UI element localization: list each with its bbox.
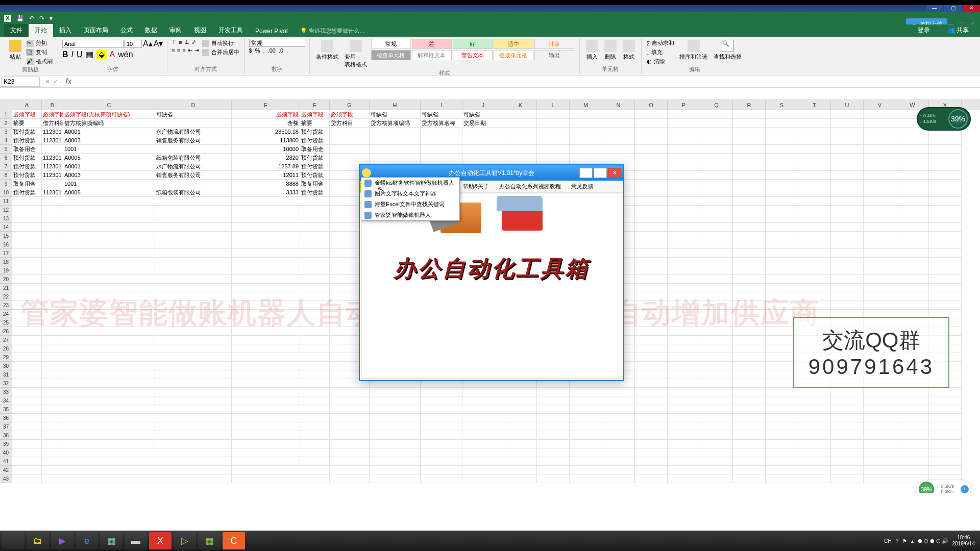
cell[interactable] [42,422,63,431]
cell[interactable] [232,197,300,206]
cell[interactable] [63,232,155,240]
cell[interactable] [63,405,155,414]
cell[interactable] [635,119,668,128]
cell[interactable] [570,388,602,396]
cell[interactable] [700,206,733,214]
cell[interactable] [462,474,504,483]
undo-icon[interactable]: ↶ [29,15,34,22]
cell[interactable] [421,128,462,136]
cell[interactable] [929,214,962,223]
cell[interactable] [12,284,42,292]
cell[interactable] [232,370,300,379]
cell[interactable] [63,214,155,223]
cell[interactable] [63,240,155,249]
cell[interactable] [831,388,864,396]
cell[interactable] [12,206,42,214]
cell[interactable] [929,440,962,448]
cell[interactable] [864,266,896,275]
cell[interactable] [462,396,504,405]
cell[interactable] [798,145,831,154]
cell[interactable] [929,145,962,154]
cell[interactable] [766,388,798,396]
cell[interactable] [12,405,42,414]
cell[interactable] [896,388,929,396]
cell[interactable]: 预付货款 [12,162,42,171]
cell[interactable] [864,457,896,466]
cell[interactable] [42,336,63,344]
cell[interactable] [300,344,330,353]
cell[interactable] [12,431,42,440]
cell[interactable] [733,110,766,119]
cell[interactable] [537,145,570,154]
cell[interactable]: 3333 [232,188,300,197]
cell[interactable] [798,405,831,414]
style-gallery-item[interactable]: 链接单元格 [494,50,533,60]
cell[interactable] [635,180,668,188]
cell[interactable] [602,440,635,448]
dropdown-item[interactable]: 海量Excel文件中查找关键词 [361,199,459,210]
taskbar-cmd[interactable]: ▬ [125,532,147,549]
column-header[interactable]: R [733,100,766,110]
cell[interactable] [700,188,733,197]
cell[interactable] [733,457,766,466]
cell[interactable] [635,353,668,362]
cell[interactable] [766,136,798,145]
cell[interactable] [602,405,635,414]
cell[interactable] [864,448,896,457]
cell[interactable] [733,388,766,396]
cell[interactable] [635,474,668,483]
cell[interactable] [330,405,370,414]
cell[interactable] [668,275,700,284]
tab-view[interactable]: 视图 [188,24,212,37]
row-header[interactable]: 10 [0,188,12,197]
cell[interactable]: 交易日期 [462,119,504,128]
cell[interactable] [12,370,42,379]
cell[interactable] [300,249,330,258]
cell[interactable] [864,145,896,154]
cell[interactable] [700,214,733,223]
cell[interactable] [300,440,330,448]
enter-formula-icon[interactable]: ✓ [53,78,58,85]
cell[interactable] [635,214,668,223]
cell[interactable] [798,396,831,405]
copy-button[interactable]: ⿻复制 [26,48,54,57]
format-cells-button[interactable]: 格式 [621,39,637,62]
cell[interactable] [330,136,370,145]
row-header[interactable]: 39 [0,440,12,448]
cell[interactable] [155,448,232,457]
cell[interactable] [831,223,864,232]
cell[interactable] [766,249,798,258]
cell[interactable] [232,466,300,474]
cell[interactable] [462,388,504,396]
phonetic-button[interactable]: wén [118,50,133,59]
cell[interactable] [330,457,370,466]
dialog-menu-item[interactable]: 办公自动化系列视频教程 [494,181,566,192]
cell[interactable] [300,197,330,206]
cell[interactable] [700,405,733,414]
cell[interactable] [864,214,896,223]
cell[interactable] [733,405,766,414]
cell[interactable] [635,457,668,466]
cell[interactable] [155,266,232,275]
cell[interactable] [700,128,733,136]
cell[interactable] [733,180,766,188]
cell[interactable] [602,154,635,162]
cell[interactable] [668,457,700,466]
row-header[interactable]: 7 [0,162,12,171]
cell[interactable] [421,136,462,145]
cell[interactable] [864,301,896,310]
window-close-button[interactable]: ✕ [963,5,980,12]
cell[interactable] [12,440,42,448]
cell[interactable] [537,388,570,396]
cell[interactable]: 112301 [42,171,63,180]
cell[interactable] [370,466,421,474]
cell[interactable] [700,474,733,483]
network-widget-top[interactable]: ↑ 0.4K/s ↓ 1.5K/s 39% [917,107,971,131]
cell[interactable]: 借方科目 [42,119,63,128]
indent-dec-icon[interactable]: ⇤ [188,47,192,54]
taskbar-app2[interactable]: ▦ [100,532,122,549]
cell[interactable] [929,457,962,466]
cell[interactable] [733,396,766,405]
cell[interactable] [232,405,300,414]
cell[interactable] [232,344,300,353]
